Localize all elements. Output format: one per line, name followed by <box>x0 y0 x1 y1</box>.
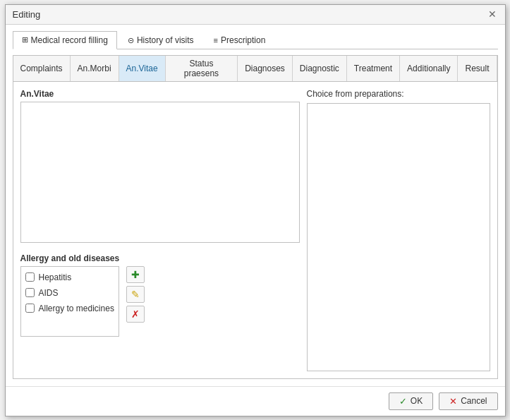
inner-tab-an-morbi[interactable]: An.Morbi <box>71 56 119 81</box>
inner-tab-additionally[interactable]: Additionally <box>400 56 458 81</box>
list-item: Allergy to medicines <box>25 302 114 315</box>
prescription-icon: ≡ <box>214 36 218 44</box>
allergy-medicines-checkbox[interactable] <box>25 304 35 313</box>
allergy-section: Allergy and old diseases Hepatitis AIDS <box>20 253 300 337</box>
content-panel: An.Vitae Allergy and old diseases Hepati… <box>13 82 497 378</box>
cancel-icon: ✕ <box>449 396 457 407</box>
inner-tab-result[interactable]: Result <box>458 56 497 81</box>
main-content: Complaints An.Morbi An.Vitae Status prae… <box>13 55 498 379</box>
titlebar: Editing ✕ <box>6 5 505 25</box>
preparations-box <box>307 103 490 371</box>
allergy-section-label: Allergy and old diseases <box>20 253 300 263</box>
ok-label: OK <box>411 396 423 406</box>
hepatitis-checkbox[interactable] <box>25 272 35 282</box>
editing-dialog: Editing ✕ ⊞ Medical record filling ⊝ His… <box>5 4 506 416</box>
an-vitae-section: An.Vitae <box>20 89 300 245</box>
delete-icon: ✗ <box>131 308 140 320</box>
inner-tabs: Complaints An.Morbi An.Vitae Status prae… <box>13 56 497 82</box>
inner-tab-diagnostic[interactable]: Diagnostic <box>293 56 347 81</box>
right-panel: Choice from preparations: <box>307 89 490 371</box>
dialog-footer: ✓ OK ✕ Cancel <box>6 386 505 416</box>
an-vitae-label: An.Vitae <box>20 89 300 99</box>
tab-history-visits-label: History of visits <box>137 35 194 45</box>
list-item: AIDS <box>25 287 114 299</box>
history-icon: ⊝ <box>128 36 134 45</box>
allergy-medicines-label: Allergy to medicines <box>39 304 114 313</box>
add-icon: ✚ <box>131 269 140 280</box>
inner-tab-an-vitae[interactable]: An.Vitae <box>119 56 166 81</box>
ok-icon: ✓ <box>399 396 407 407</box>
left-panel: An.Vitae Allergy and old diseases Hepati… <box>20 89 300 371</box>
edit-allergy-button[interactable]: ✎ <box>126 286 145 303</box>
tab-history-visits[interactable]: ⊝ History of visits <box>119 31 203 49</box>
top-tabs: ⊞ Medical record filling ⊝ History of vi… <box>13 30 498 49</box>
aids-label: AIDS <box>39 288 59 298</box>
preparations-label: Choice from preparations: <box>307 89 490 99</box>
cancel-button[interactable]: ✕ Cancel <box>439 392 497 410</box>
tab-prescription-label: Prescription <box>221 35 265 45</box>
list-item: Hepatitis <box>25 271 114 284</box>
dialog-body: ⊞ Medical record filling ⊝ History of vi… <box>6 25 505 386</box>
aids-checkbox[interactable] <box>25 288 35 297</box>
tab-medical-record[interactable]: ⊞ Medical record filling <box>13 31 117 49</box>
hepatitis-label: Hepatitis <box>39 272 72 282</box>
allergy-box: Hepatitis AIDS Allergy to medicines <box>20 266 119 337</box>
inner-tab-status-praesens[interactable]: Status praesens <box>166 56 238 81</box>
tab-prescription[interactable]: ≡ Prescription <box>205 31 275 49</box>
tab-medical-record-label: Medical record filling <box>31 35 108 45</box>
close-button[interactable]: ✕ <box>487 9 498 19</box>
an-vitae-textarea[interactable] <box>20 102 300 243</box>
allergy-row: Hepatitis AIDS Allergy to medicines <box>20 266 300 337</box>
ok-button[interactable]: ✓ OK <box>389 392 433 410</box>
allergy-controls: ✚ ✎ ✗ <box>126 266 145 323</box>
medical-record-icon: ⊞ <box>22 35 28 44</box>
cancel-label: Cancel <box>461 396 487 406</box>
inner-tab-complaints[interactable]: Complaints <box>13 56 71 81</box>
dialog-title: Editing <box>13 9 41 20</box>
edit-icon: ✎ <box>131 289 140 300</box>
add-allergy-button[interactable]: ✚ <box>126 266 145 283</box>
delete-allergy-button[interactable]: ✗ <box>126 306 145 323</box>
inner-tab-treatment[interactable]: Treatment <box>347 56 400 81</box>
inner-tab-diagnoses[interactable]: Diagnoses <box>238 56 293 81</box>
